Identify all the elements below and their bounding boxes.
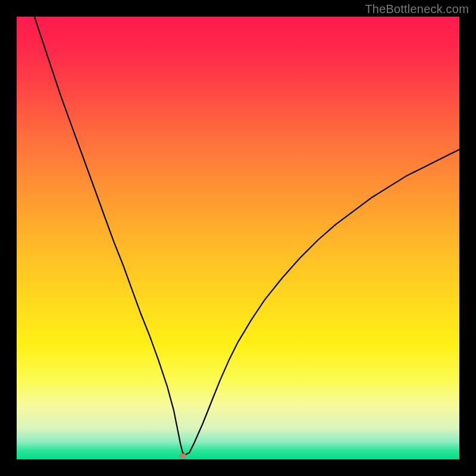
bottleneck-curve xyxy=(17,17,459,459)
chart-frame: TheBottleneck.com xyxy=(0,0,476,476)
plot-area xyxy=(17,17,459,459)
watermark-text: TheBottleneck.com xyxy=(365,2,469,16)
svg-point-0 xyxy=(179,453,186,458)
